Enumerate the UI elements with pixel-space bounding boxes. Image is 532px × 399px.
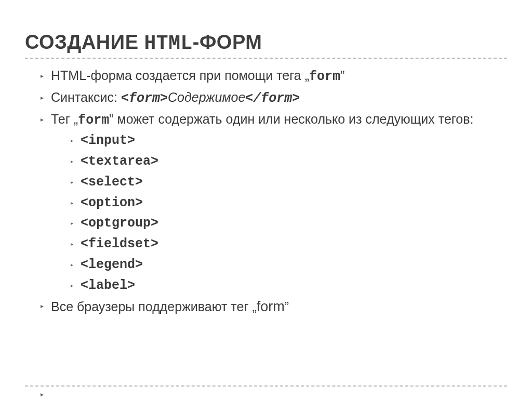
bullet-icon: ▸ <box>71 200 73 207</box>
title-mono: HTML <box>144 32 193 55</box>
list-item: ▸ <label> <box>71 277 507 295</box>
bullet-icon: ▸ <box>71 261 73 269</box>
bullet-icon: ▸ <box>71 137 73 144</box>
sub-tag: <legend> <box>81 256 143 274</box>
list-item: ▸ <fieldset> <box>71 235 507 253</box>
list-item: ▸ <legend> <box>71 256 507 274</box>
sub-bullet-list: ▸ <input> ▸ <textarea> ▸ <select> ▸ <opt… <box>41 132 507 294</box>
sub-tag: <select> <box>81 174 143 191</box>
list-item: ▸ <select> <box>71 174 507 191</box>
sub-tag: <input> <box>81 132 135 150</box>
bullet-icon: ▸ <box>41 115 44 124</box>
sub-tag: <label> <box>81 277 135 295</box>
bullet-icon: ▸ <box>71 179 73 186</box>
list-item: ▸ Все браузеры поддерживают тег „form” <box>41 297 507 316</box>
bullet-icon: ▸ <box>71 158 73 165</box>
list-item: ▸ Тег „form” может содержать один или не… <box>41 111 507 129</box>
title-underline <box>25 58 507 59</box>
list-item: ▸ HTML-форма создается при помощи тега „… <box>41 67 507 86</box>
list-item: ▸ Синтаксис: <form>Содержимое</form> <box>41 89 507 108</box>
sub-tag: <textarea> <box>81 153 158 170</box>
sub-tag: <optgroup> <box>81 215 158 232</box>
main-bullet-list: ▸ HTML-форма создается при помощи тега „… <box>25 67 507 316</box>
bullet-text-4: Все браузеры поддерживают тег „form” <box>51 297 289 316</box>
bullet-text-3: Тег „form” может содержать один или неск… <box>51 111 473 129</box>
slide-title: СОЗДАНИЕ HTML-ФОРМ <box>25 31 507 55</box>
bullet-icon: ▸ <box>71 220 73 227</box>
bullet-icon: ▸ <box>41 94 44 102</box>
list-item: ▸ <textarea> <box>71 153 507 170</box>
list-item: ▸ <option> <box>71 194 507 212</box>
bullet-icon: ▸ <box>71 241 73 248</box>
list-item: ▸ <optgroup> <box>71 215 507 232</box>
bullet-icon: ▸ <box>41 72 44 80</box>
bullet-icon: ▸ <box>71 282 73 289</box>
bullet-text-2: Синтаксис: <form>Содержимое</form> <box>51 89 300 108</box>
bullet-text-1: HTML-форма создается при помощи тега „fo… <box>51 67 344 86</box>
title-post: -ФОРМ <box>193 31 262 53</box>
footer-underline <box>25 385 507 387</box>
list-item: ▸ <input> <box>71 132 507 150</box>
title-pre: СОЗДАНИЕ <box>25 31 144 53</box>
sub-tag: <option> <box>81 194 143 212</box>
bullet-icon: ▸ <box>41 391 44 398</box>
sub-tag: <fieldset> <box>81 235 158 253</box>
bullet-icon: ▸ <box>41 302 44 310</box>
